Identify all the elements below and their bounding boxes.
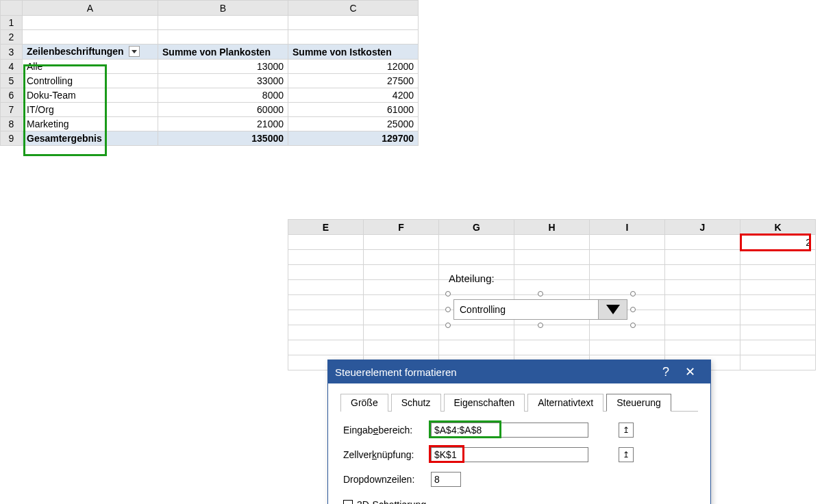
cell[interactable]: [665, 235, 740, 250]
row-header[interactable]: 9: [1, 131, 23, 146]
tab-control[interactable]: Steuerung: [606, 394, 671, 412]
combobox-value: Controlling: [454, 304, 598, 315]
col-header[interactable]: F: [364, 220, 439, 235]
cell[interactable]: 25000: [288, 117, 419, 131]
cell-link-label: Zellverknüpfung:: [343, 449, 431, 460]
cell[interactable]: IT/Org: [23, 103, 158, 117]
dialog-tabs: Größe Schutz Eigenschaften Alternativtex…: [328, 383, 710, 411]
header-text: Zeilenbeschriftungen: [27, 46, 124, 57]
resize-handle[interactable]: [630, 291, 636, 297]
tab-size[interactable]: Größe: [340, 394, 388, 412]
shadow-checkbox[interactable]: 3D-Schattierung: [343, 496, 695, 504]
cell[interactable]: 61000: [288, 103, 419, 117]
col-header[interactable]: K: [740, 220, 816, 235]
tab-protection[interactable]: Schutz: [391, 394, 441, 412]
pivot-total-value[interactable]: 129700: [288, 131, 419, 146]
resize-handle[interactable]: [538, 291, 543, 297]
col-header[interactable]: I: [590, 220, 665, 235]
filter-dropdown-icon[interactable]: [129, 46, 140, 57]
row-header[interactable]: 2: [1, 30, 23, 45]
cell[interactable]: 21000: [158, 117, 288, 131]
cell[interactable]: Marketing: [23, 117, 158, 131]
cell[interactable]: [364, 235, 439, 250]
row-header[interactable]: 6: [1, 88, 23, 103]
cell[interactable]: 27500: [288, 74, 419, 88]
cell[interactable]: [23, 16, 158, 30]
help-icon[interactable]: ?: [656, 365, 676, 379]
range-picker-icon[interactable]: ↥: [619, 423, 634, 438]
col-header[interactable]: G: [439, 220, 514, 235]
pivot-total-value[interactable]: 135000: [158, 131, 288, 146]
dropdown-lines-label: Dropdownzeilen:: [343, 474, 431, 485]
cell[interactable]: [288, 30, 419, 45]
select-all-corner[interactable]: [1, 1, 23, 16]
cell[interactable]: 8000: [158, 88, 288, 103]
pivot-total-label[interactable]: Gesamtergebnis: [23, 131, 158, 146]
combobox-label: Abteilung:: [449, 273, 495, 284]
pivot-col-header[interactable]: Summe von Istkosten: [288, 45, 419, 60]
cell[interactable]: 4200: [288, 88, 419, 103]
cell[interactable]: [590, 235, 665, 250]
resize-handle[interactable]: [445, 307, 451, 312]
col-header[interactable]: E: [288, 220, 364, 235]
resize-handle[interactable]: [538, 323, 543, 328]
cell[interactable]: 13000: [158, 60, 288, 74]
resize-handle[interactable]: [630, 323, 636, 328]
cell[interactable]: [514, 235, 590, 250]
cell[interactable]: 12000: [288, 60, 419, 74]
cell[interactable]: Controlling: [23, 74, 158, 88]
pivot-table[interactable]: A B C 1 2 3 Zeilenbeschriftungen Summe v…: [0, 0, 419, 146]
cell[interactable]: [158, 16, 288, 30]
dropdown-lines-field[interactable]: [431, 472, 461, 487]
shadow-label: 3D-Schattierung: [357, 499, 426, 504]
dialog-titlebar[interactable]: Steuerelement formatieren ? ✕: [328, 360, 710, 383]
pivot-row-label-header[interactable]: Zeilenbeschriftungen: [23, 45, 158, 60]
input-range-label: Eingabebereich:: [343, 425, 431, 436]
dropdown-arrow-icon[interactable]: [598, 300, 627, 319]
col-header[interactable]: B: [158, 1, 288, 16]
checkbox-icon[interactable]: [343, 500, 353, 504]
col-header[interactable]: H: [514, 220, 590, 235]
cell[interactable]: [23, 30, 158, 45]
tab-alttext[interactable]: Alternativtext: [527, 394, 603, 412]
combobox-control[interactable]: Controlling: [448, 294, 633, 325]
row-header[interactable]: 8: [1, 117, 23, 131]
cell[interactable]: [158, 30, 288, 45]
cell[interactable]: Alle: [23, 60, 158, 74]
col-header[interactable]: J: [665, 220, 740, 235]
col-header[interactable]: C: [288, 1, 419, 16]
cell-k1[interactable]: 2: [740, 235, 816, 250]
tab-properties[interactable]: Eigenschaften: [444, 394, 525, 412]
row-header[interactable]: 7: [1, 103, 23, 117]
format-control-dialog: Steuerelement formatieren ? ✕ Größe Schu…: [327, 360, 711, 504]
cell[interactable]: [288, 16, 419, 30]
resize-handle[interactable]: [445, 323, 451, 328]
close-icon[interactable]: ✕: [676, 364, 703, 379]
cell-link-field[interactable]: [431, 447, 588, 462]
row-header[interactable]: 5: [1, 74, 23, 88]
row-header[interactable]: 1: [1, 16, 23, 30]
range-picker-icon[interactable]: ↥: [619, 447, 634, 462]
cell[interactable]: [439, 235, 514, 250]
cell[interactable]: [288, 235, 364, 250]
row-header[interactable]: 3: [1, 45, 23, 60]
resize-handle[interactable]: [630, 307, 636, 312]
cell[interactable]: Doku-Team: [23, 88, 158, 103]
cell[interactable]: 33000: [158, 74, 288, 88]
row-header[interactable]: 4: [1, 60, 23, 74]
cell[interactable]: 60000: [158, 103, 288, 117]
pivot-col-header[interactable]: Summe von Plankosten: [158, 45, 288, 60]
resize-handle[interactable]: [445, 291, 451, 297]
dialog-title: Steuerelement formatieren: [335, 366, 457, 378]
col-header[interactable]: A: [23, 1, 158, 16]
input-range-field[interactable]: [431, 423, 588, 438]
